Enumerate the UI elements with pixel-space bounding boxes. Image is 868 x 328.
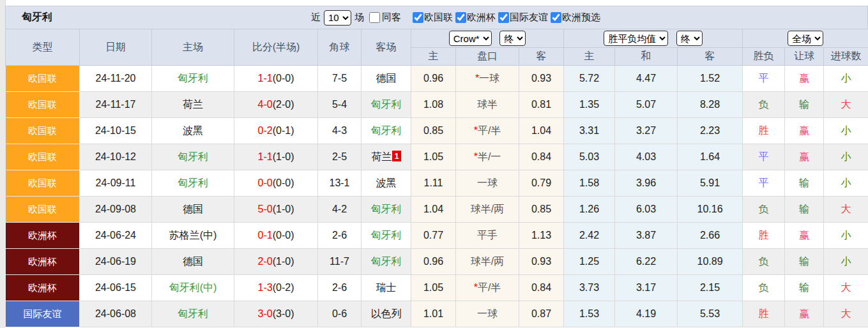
odds-home: 0.85 xyxy=(411,118,456,144)
avg-win: 1.25 xyxy=(564,249,615,275)
goals-flag: 大 xyxy=(824,275,868,301)
home-team: 匈牙利(中) xyxy=(152,275,234,301)
goals-flag: 小 xyxy=(824,249,868,275)
halftime-score: (1-0) xyxy=(273,256,294,267)
matches-label: 场 xyxy=(354,11,364,24)
fulltime-score: 3-0 xyxy=(258,308,273,319)
league-checkbox-qualifiers[interactable] xyxy=(551,12,561,23)
match-body: 欧国联 24-11-20 匈牙利 1-1(0-0) 7-5 德国 0.96 *一… xyxy=(6,66,868,327)
matches-table: 类型 日期 主场 比分(半场) 角球 客场 Crow* 终 胜平负均值 终 全场 xyxy=(5,29,868,327)
match-row: 欧国联 24-09-08 德国 5-0(1-0) 4-2 匈牙利 1.04 球半… xyxy=(6,197,868,223)
handicap-result-flag: 赢 xyxy=(785,223,824,249)
halftime-score: (0-1) xyxy=(273,125,294,136)
goals-flag: 大 xyxy=(824,301,868,327)
score: 1-1(1-0) xyxy=(234,144,318,170)
page-left-gutter xyxy=(0,0,5,328)
away-team-name: 荷兰 xyxy=(371,151,392,162)
home-team-name: 匈牙利 xyxy=(178,151,208,162)
odds-home: 0.77 xyxy=(411,223,456,249)
match-date: 24-06-08 xyxy=(80,301,152,327)
away-team-name: 匈牙利 xyxy=(371,99,402,110)
handicap-line: *平/半 xyxy=(456,118,519,144)
away-team-name: 匈牙利 xyxy=(371,204,402,214)
home-team: 匈牙利 xyxy=(152,144,234,170)
odds-time-select[interactable]: 终 xyxy=(499,31,526,46)
avg-lose: 5.91 xyxy=(678,170,743,197)
scope-select[interactable]: 全场 xyxy=(788,31,823,46)
fulltime-score: 0-0 xyxy=(258,177,273,188)
league-filter-qualifiers[interactable]: 欧洲预选 xyxy=(548,11,600,24)
subcol-header-handicap-result: 让球 xyxy=(785,48,824,66)
corners: 4-2 xyxy=(318,197,362,223)
home-team: 匈牙利 xyxy=(152,301,234,327)
home-team: 匈牙利 xyxy=(152,66,234,92)
result-flag: 平 xyxy=(743,66,785,92)
subcol-header-result: 胜负 xyxy=(743,48,785,66)
col-header-type: 类型 xyxy=(6,29,80,66)
odds-home: 1.08 xyxy=(411,92,456,118)
handicap-text: 平/半 xyxy=(478,282,501,293)
league-checkbox-euro[interactable] xyxy=(455,12,466,23)
goals-flag: 小 xyxy=(824,144,868,170)
handicap-text: 球半/两 xyxy=(471,256,504,267)
score: 0-2(0-1) xyxy=(234,118,318,144)
home-team-name: 波黑 xyxy=(183,125,203,136)
handicap-line: 球半/两 xyxy=(456,197,519,223)
score: 4-0(2-0) xyxy=(234,92,318,118)
odds-company-select[interactable]: Crow* xyxy=(449,31,492,46)
league-filter-euro[interactable]: 欧洲杯 xyxy=(453,11,496,24)
avg-win: 2.42 xyxy=(564,223,615,249)
handicap-result-flag: 输 xyxy=(785,92,824,118)
odds-home: 1.05 xyxy=(411,144,456,170)
goals-flag: 小 xyxy=(824,170,868,197)
top-strip xyxy=(5,0,868,6)
match-row: 欧洲杯 24-06-15 匈牙利(中) 1-3(0-2) 2-6 瑞士 1.05… xyxy=(6,275,868,301)
away-team-name: 波黑 xyxy=(376,177,397,188)
league-filter-nations[interactable]: 欧国联 xyxy=(410,11,453,24)
home-team-name: 荷兰 xyxy=(183,99,203,110)
avg-win: 5.03 xyxy=(564,144,615,170)
score: 0-0(0-0) xyxy=(234,170,318,197)
league-checkbox-friendly[interactable] xyxy=(498,12,509,23)
odds-group-header: Crow* 终 xyxy=(411,29,564,48)
away-team-name: 瑞士 xyxy=(376,282,397,293)
corners: 11-7 xyxy=(318,249,362,275)
rank-badge: 1 xyxy=(392,151,400,161)
fulltime-score: 0-1 xyxy=(258,230,273,241)
average-type-select[interactable]: 胜平负均值 xyxy=(604,31,668,46)
odds-away: 0.85 xyxy=(519,197,564,223)
home-team: 德国 xyxy=(152,249,234,275)
handicap-result-flag: 输 xyxy=(785,197,824,223)
recent-count-select[interactable]: 10 xyxy=(324,10,351,26)
halftime-score: (1-0) xyxy=(273,151,294,162)
score: 3-0(3-0) xyxy=(234,301,318,327)
odds-home: 0.96 xyxy=(411,66,456,92)
avg-lose: 10.16 xyxy=(678,197,743,223)
halftime-score: (0-0) xyxy=(273,73,294,84)
score: 5-0(1-0) xyxy=(234,197,318,223)
league-filter-friendly[interactable]: 国际友谊 xyxy=(496,11,548,24)
match-date: 24-10-15 xyxy=(80,118,152,144)
team-title: 匈牙利 xyxy=(22,11,52,24)
avg-lose: 2.66 xyxy=(678,223,743,249)
score: 0-1(0-0) xyxy=(234,223,318,249)
match-date: 24-11-20 xyxy=(80,66,152,92)
halftime-score: (1-0) xyxy=(273,204,294,214)
match-row: 欧国联 24-09-11 匈牙利 0-0(0-0) 13-1 波黑 1.11 一… xyxy=(6,170,868,197)
odds-home: 1.01 xyxy=(411,301,456,327)
match-date: 24-09-11 xyxy=(80,170,152,197)
fulltime-score: 1-1 xyxy=(258,73,273,84)
goals-flag: 大 xyxy=(824,197,868,223)
avg-win: 1.58 xyxy=(564,170,615,197)
score: 1-3(0-2) xyxy=(234,275,318,301)
away-team: 匈牙利 xyxy=(362,223,411,249)
same-venue-checkbox[interactable] xyxy=(369,12,380,23)
match-date: 24-06-24 xyxy=(80,223,152,249)
league-filter-label: 国际友谊 xyxy=(510,11,548,24)
corners: 2-6 xyxy=(318,275,362,301)
avg-draw: 4.03 xyxy=(615,144,678,170)
league-badge: 欧国联 xyxy=(6,118,80,144)
league-checkbox-nations[interactable] xyxy=(413,12,423,23)
result-flag: 胜 xyxy=(743,118,785,144)
average-time-select[interactable]: 终 xyxy=(676,31,703,46)
